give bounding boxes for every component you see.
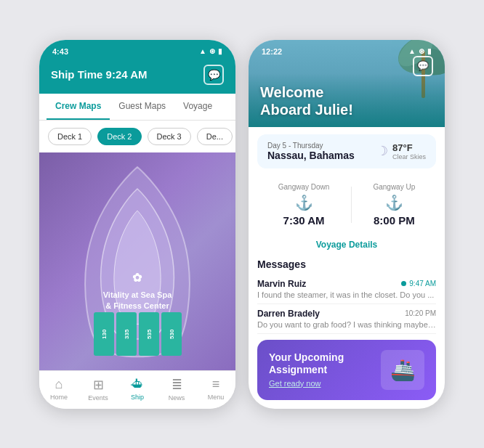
- bottom-nav: ⌂ Home ⊞ Events ⛴ Ship ≣ News ≡ Menu: [39, 370, 235, 409]
- messages-title: Messages: [257, 258, 436, 270]
- message-header-1: Marvin Ruiz 9:47 AM: [257, 279, 436, 289]
- chat-button-right[interactable]: 💬: [413, 56, 433, 76]
- status-icons-left: ▲ ⊛ ▮: [199, 47, 222, 55]
- deck-3-button[interactable]: Deck 3: [148, 128, 191, 145]
- message-header-2: Darren Bradely 10:20 PM: [257, 309, 436, 319]
- app-container: 4:43 ▲ ⊛ ▮ Ship Time 9:24 AM 💬 Crew Maps…: [25, 25, 459, 423]
- day-subtitle: Day 5 - Thursday: [267, 142, 355, 150]
- tab-guest-maps[interactable]: Guest Maps: [110, 94, 174, 120]
- tab-voyage[interactable]: Voyage: [174, 94, 221, 120]
- wifi-icon: ⊛: [209, 47, 215, 55]
- menu-icon: ≡: [212, 377, 220, 392]
- deck-more-button[interactable]: De...: [197, 128, 233, 145]
- voyage-details-link[interactable]: Voyage Details: [249, 234, 445, 256]
- nav-news[interactable]: ≣ News: [157, 377, 196, 402]
- day-location: Nassau, Bahamas: [267, 150, 355, 161]
- day-info: Day 5 - Thursday Nassau, Bahamas: [267, 142, 355, 161]
- assignment-visual: 🚢: [381, 350, 424, 390]
- welcome-line1: Welcome: [260, 84, 433, 101]
- ship-time-header: Ship Time 9:24 AM 💬: [39, 60, 235, 94]
- gangway-down: Gangway Down ⚓ 7:30 AM: [278, 183, 330, 227]
- battery-icon-right: ▮: [427, 47, 432, 55]
- room-130: 130: [94, 312, 114, 356]
- sender-1: Marvin Ruiz: [257, 279, 306, 289]
- nav-home[interactable]: ⌂ Home: [39, 377, 78, 402]
- nav-menu[interactable]: ≡ Menu: [196, 377, 235, 402]
- messages-section: Messages Marvin Ruiz 9:47 AM I found the…: [257, 258, 436, 334]
- gangway-up-label: Gangway Up: [373, 183, 415, 191]
- msg-preview-2: Do you want to grab food? I was thinking…: [257, 320, 436, 329]
- room-335: 335: [116, 312, 137, 356]
- map-tabs: Crew Maps Guest Maps Voyage: [39, 94, 235, 121]
- assignment-title: Your UpcomingAssignment: [269, 351, 344, 376]
- events-icon: ⊞: [93, 377, 104, 393]
- chat-icon-left: 💬: [208, 69, 220, 81]
- ship-time-label: Ship Time 9:24 AM: [51, 68, 148, 81]
- spa-label: ✿ Vitality at Sea Spa & Fitness Center: [103, 270, 172, 311]
- msg-time-2: 10:20 PM: [405, 309, 436, 317]
- weather-icon: ☽: [376, 143, 388, 159]
- gangway-down-icon: ⚓: [295, 194, 313, 211]
- crew-maps-phone: 4:43 ▲ ⊛ ▮ Ship Time 9:24 AM 💬 Crew Maps…: [39, 40, 235, 409]
- signal-icon: ▲: [199, 47, 206, 55]
- home-icon: ⌂: [55, 377, 63, 392]
- room-530: 530: [161, 312, 182, 356]
- chat-button-left[interactable]: 💬: [203, 65, 224, 85]
- room-boxes: 130 335 535 530: [94, 312, 182, 356]
- tab-crew-maps[interactable]: Crew Maps: [47, 94, 110, 120]
- deck-2-button[interactable]: Deck 2: [97, 128, 141, 145]
- gangway-divider: [351, 187, 352, 223]
- message-item-1[interactable]: Marvin Ruiz 9:47 AM I found the steamer,…: [257, 274, 436, 304]
- msg-preview-1: I found the steamer, it was in the close…: [257, 290, 436, 299]
- news-icon: ≣: [172, 377, 182, 393]
- right-header-bar: 💬: [413, 56, 433, 76]
- ship-icon: ⛴: [131, 377, 144, 392]
- spa-name-2: & Fitness Center: [103, 301, 172, 311]
- msg-time-1: 9:47 AM: [401, 280, 436, 288]
- weather-condition: Clear Skies: [392, 153, 426, 160]
- assignment-link[interactable]: Get ready now: [269, 379, 344, 388]
- temperature: 87°F: [392, 142, 426, 153]
- status-bar-left: 4:43 ▲ ⊛ ▮: [39, 40, 235, 60]
- weather-info: ☽ 87°F Clear Skies: [376, 142, 426, 160]
- status-time-left: 4:43: [52, 47, 68, 56]
- status-time-right: 12:22: [262, 47, 282, 56]
- spa-icon: ✿: [103, 270, 172, 286]
- gangway-up-time: 8:00 PM: [374, 214, 415, 227]
- gangway-up-icon: ⚓: [385, 194, 403, 211]
- signal-icon-right: ▲: [408, 47, 416, 55]
- status-icons-right: ▲ ⊛ ▮: [408, 47, 432, 55]
- hero-overlay: Welcome Aboard Julie!: [249, 73, 445, 127]
- assignment-banner[interactable]: Your UpcomingAssignment Get ready now 🚢: [257, 340, 436, 400]
- deck-selector: Deck 1 Deck 2 Deck 3 De...: [39, 121, 235, 152]
- day-card: Day 5 - Thursday Nassau, Bahamas ☽ 87°F …: [257, 134, 436, 168]
- message-item-2[interactable]: Darren Bradely 10:20 PM Do you want to g…: [257, 304, 436, 334]
- gangway-up: Gangway Up ⚓ 8:00 PM: [373, 183, 415, 227]
- spa-name: Vitality at Sea Spa: [103, 290, 172, 301]
- welcome-phone: 12:22 ▲ ⊛ ▮ Welcome Aboard Julie!: [249, 40, 445, 409]
- wifi-icon-right: ⊛: [419, 47, 424, 55]
- gangway-section: Gangway Down ⚓ 7:30 AM Gangway Up ⚓ 8:00…: [257, 176, 436, 234]
- battery-icon: ▮: [218, 47, 222, 55]
- gangway-down-time: 7:30 AM: [283, 214, 325, 227]
- nav-ship[interactable]: ⛴ Ship: [118, 377, 157, 402]
- ship-map-view: ✿ Vitality at Sea Spa & Fitness Center 1…: [39, 152, 235, 370]
- room-535: 535: [139, 312, 159, 356]
- sender-2: Darren Bradely: [257, 309, 320, 319]
- nav-events[interactable]: ⊞ Events: [78, 377, 118, 402]
- gangway-down-label: Gangway Down: [278, 183, 330, 191]
- welcome-line2: Aboard Julie!: [260, 101, 433, 118]
- unread-dot-1: [401, 281, 406, 286]
- deck-1-button[interactable]: Deck 1: [48, 128, 92, 145]
- assignment-text: Your UpcomingAssignment Get ready now: [269, 351, 344, 388]
